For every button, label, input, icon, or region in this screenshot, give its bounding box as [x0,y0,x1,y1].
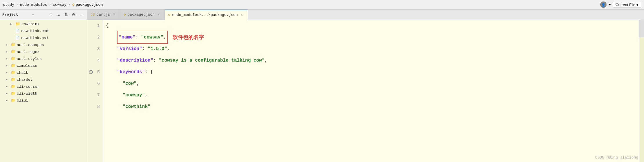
sidebar-title: Project [2,12,18,17]
code-token-4-str: "cowsay is a configurable talking cow" [159,55,265,66]
tree-label-ansi-styles: ansi-styles [17,57,42,61]
code-ws-2 [106,32,117,43]
tab-icon-package-json: ⚙ [124,12,126,17]
sidebar-sort-button[interactable]: ⇅ [63,12,69,18]
code-token-3-colon: : [142,43,148,55]
tab-car-js[interactable]: JS car.js × [87,10,120,20]
tree-item-ansi-escapes[interactable]: ▶ 📁 ansi-escapes [0,41,87,48]
tab-icon-car-js: JS [91,13,95,17]
code-token-3-comma: , [167,43,170,55]
tree-label-chalk: chalk [17,71,28,75]
sidebar-chevron[interactable]: ▾ [32,13,34,16]
code-line-2: "name" : "cowsay" , 软件包的名字 [106,32,639,43]
sidebar: Project ▾ ⊕ ≡ ⇅ ⚙ − ▶ 📁 cowthink 📄 cowth… [0,10,87,162]
tab-package-json[interactable]: ⚙ package.json × [120,10,165,20]
sidebar-content: ▶ 📁 cowthink 📄 cowthink.cmd 📄 cowthink.p… [0,20,87,162]
tree-label-camelcase: camelcase [17,64,37,68]
tree-item-cowthink[interactable]: ▶ 📁 cowthink [0,21,87,27]
code-ws-6 [106,78,123,89]
current-file-button[interactable]: Current File ▾ [613,2,641,8]
avatar-chevron[interactable]: ▾ [608,2,611,8]
folder-icon-camelcase: 📁 [11,63,15,68]
current-file-chevron: ▾ [636,3,638,7]
folder-icon-chardet: 📁 [11,77,15,82]
tree-item-cli-width[interactable]: ▶ 📁 cli-width [0,90,87,97]
sidebar-settings-button[interactable]: ⚙ [70,12,77,18]
code-ws-5 [106,66,117,78]
breadcrumb-sep-3: › [68,3,70,7]
sidebar-actions: ⊕ ≡ ⇅ ⚙ − [48,12,84,18]
tree-item-chardet[interactable]: ▶ 📁 chardet [0,76,87,83]
code-editor[interactable]: 1 2 3 4 5 6 7 8 { [87,20,644,162]
tree-item-ansi-regex[interactable]: ▶ 📁 ansi-regex [0,48,87,55]
avatar[interactable]: 👤 [600,1,607,8]
code-token-5-colon: : [ [145,66,153,78]
line-num-4: 4 [87,55,103,66]
folder-icon-ansi-regex: 📁 [11,49,15,54]
folder-icon-cli-cursor: 📁 [11,84,15,89]
folder-icon-cliui: 📁 [11,98,15,103]
code-token-8-str: "cowthink" [123,101,151,113]
code-token-3-str: "1.5.0" [148,43,167,55]
code-token-1-1: { [106,20,109,32]
watermark: CSDN @Ding Jiaxiong [595,155,638,160]
code-token-2-colon: : [135,32,141,43]
tab-close-node-modules-package-json[interactable]: × [240,13,244,17]
breadcrumb-sep-2: › [49,3,51,7]
code-token-6-comma: , [137,78,140,89]
tree-label-ansi-regex: ansi-regex [17,50,39,54]
code-token-4-comma: , [265,55,267,66]
tab-icon-node-modules-package-json: ⚙ [168,13,170,17]
tree-item-chalk[interactable]: ▶ 📁 chalk [0,69,87,76]
line-num-7: 7 [87,89,103,101]
line-num-1: 1 [87,20,103,32]
sidebar-add-button[interactable]: ⊕ [48,12,54,18]
line-num-5: 5 [87,66,103,78]
sidebar-collapse-button[interactable]: − [78,12,84,18]
breadcrumb-sep-1: › [16,3,18,7]
file-icon-cowthink-cmd: 📄 [15,29,20,33]
sidebar-list-button[interactable]: ≡ [55,12,62,18]
breadcrumb-item-node-modules: node_modules [20,3,47,7]
line-num-8: 8 [87,101,103,113]
tree-item-cowthink-cmd[interactable]: 📄 cowthink.cmd [0,27,87,34]
main-layout: Project ▾ ⊕ ≡ ⇅ ⚙ − ▶ 📁 cowthink 📄 cowth… [0,10,644,162]
tab-node-modules-package-json[interactable]: ⚙ node_modules\...\package.json × [165,10,248,20]
breadcrumb-item-package-json: package.json [76,3,103,7]
code-token-3-key: "version" [117,43,142,55]
tree-item-cliui[interactable]: ▶ 📁 cliui [0,97,87,104]
code-token-4-colon: : [153,55,159,66]
code-line-5: ◇ "keywords" : [ [106,66,639,78]
tree-item-cowthink-ps1[interactable]: 📄 cowthink.ps1 [0,34,87,41]
tree-label-ansi-escapes: ansi-escapes [17,43,44,47]
tab-close-car-js[interactable]: × [112,12,116,17]
code-ws-3 [106,43,117,55]
tree-arrow-chalk: ▶ [6,71,9,74]
code-ws-8 [106,101,123,113]
code-ws-7 [106,89,123,101]
code-token-2-str: "cowsay" [141,32,163,43]
current-file-label: Current File [616,3,635,7]
code-token-2-comma: , [163,32,166,43]
folder-icon-ansi-escapes: 📁 [11,43,15,47]
highlight-box-name: "name" : "cowsay" , [117,31,168,44]
tree-label-chardet: chardet [17,78,33,82]
tab-label-node-modules-package-json: node_modules\...\package.json [172,13,238,17]
tree-item-cli-cursor[interactable]: ▶ 📁 cli-cursor [0,83,87,90]
top-right-area: 👤 ▾ Current File ▾ [600,1,641,8]
code-token-2-key: "name" [119,32,135,43]
minimap[interactable] [639,20,644,162]
tree-arrow-ansi-escapes: ▶ [6,43,9,47]
tree-arrow-camelcase: ▶ [6,64,9,67]
tree-item-ansi-styles[interactable]: ▶ 📁 ansi-styles [0,55,87,62]
breadcrumb-item-study: study [3,3,14,7]
code-content[interactable]: { "name" : "cowsay" , 软件包的名字 [103,20,639,162]
annotation-name-text: 软件包的名字 [173,32,204,43]
tree-label-cowthink-ps1: cowthink.ps1 [21,36,48,40]
tree-arrow-cli-cursor: ▶ [6,85,9,88]
tree-label-cli-cursor: cli-cursor [17,84,39,89]
tree-item-camelcase[interactable]: ▶ 📁 camelcase [0,62,87,69]
tab-close-package-json[interactable]: × [156,12,161,17]
code-token-6-str: "cow" [123,78,137,89]
line-numbers: 1 2 3 4 5 6 7 8 [87,20,103,162]
